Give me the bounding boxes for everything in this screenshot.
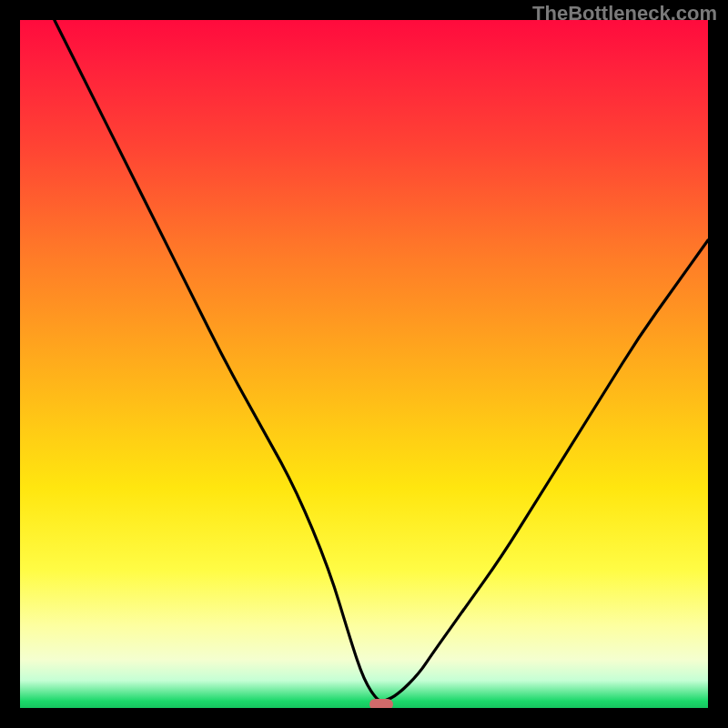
optimum-marker <box>369 699 393 708</box>
plot-area <box>20 20 708 708</box>
chart-container: TheBottleneck.com <box>0 0 728 728</box>
watermark-text: TheBottleneck.com <box>532 2 717 25</box>
curve-path <box>55 20 708 701</box>
bottleneck-curve <box>20 20 708 708</box>
